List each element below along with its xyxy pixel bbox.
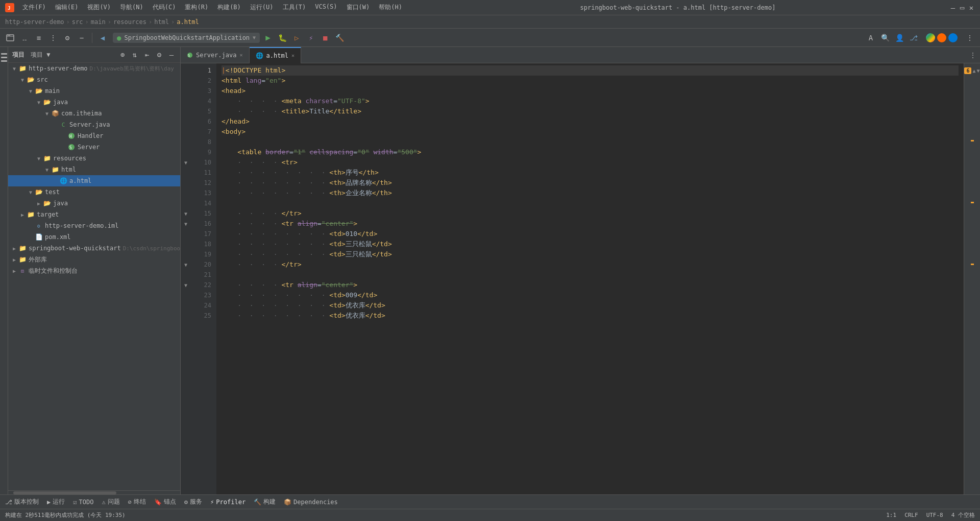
- code-line-24[interactable]: · · · · · · · · <td>优衣库</td>: [222, 300, 959, 311]
- run-config-selector[interactable]: ● SpringbootWebQuickstartApplication ▼: [113, 33, 260, 43]
- encoding[interactable]: UTF-8: [926, 512, 943, 518]
- code-line-18[interactable]: · · · · · · · · <td>三只松鼠</td>: [222, 239, 959, 249]
- stop-button[interactable]: ■: [319, 32, 331, 44]
- menu-build[interactable]: 构建(B): [213, 2, 245, 13]
- warning-indicator[interactable]: 6 ▲ ▼: [964, 67, 979, 74]
- vcs-button[interactable]: ⎇ 版本控制: [5, 498, 39, 506]
- dependencies-button[interactable]: 📦 Dependencies: [284, 499, 338, 506]
- sidebar-add-btn[interactable]: ⊕: [117, 49, 128, 60]
- tree-item-test[interactable]: ▼ 📂 test: [8, 186, 180, 198]
- breadcrumb-item-3[interactable]: main: [91, 18, 106, 26]
- toolbar-minus[interactable]: −: [76, 32, 88, 44]
- code-line-17[interactable]: · · · · · · · · <td>010</td>: [222, 229, 959, 239]
- code-line-21[interactable]: [222, 270, 959, 280]
- profile-button[interactable]: 👤: [893, 32, 905, 44]
- sidebar-settings-btn[interactable]: ⚙: [154, 49, 165, 60]
- tree-item-resources[interactable]: ▼ 📁 resources: [8, 153, 180, 164]
- git-button[interactable]: ⎇: [908, 32, 920, 44]
- code-line-7[interactable]: <body>: [222, 127, 959, 137]
- menu-file[interactable]: 文件(F): [18, 2, 50, 13]
- indentation[interactable]: 4 个空格: [951, 511, 975, 519]
- profiler-button-bottom[interactable]: ⚡ Profiler: [210, 499, 246, 506]
- menu-help[interactable]: 帮助(H): [375, 2, 406, 13]
- breadcrumb-current[interactable]: a.html: [177, 18, 199, 26]
- maximize-button[interactable]: ▭: [959, 4, 966, 11]
- run-button-bottom[interactable]: ▶ 运行: [47, 498, 65, 506]
- code-line-22[interactable]: · · · · <tr align = "center" >: [222, 280, 959, 290]
- menu-refactor[interactable]: 重构(R): [181, 2, 212, 13]
- close-server-tab[interactable]: ✕: [239, 52, 242, 58]
- close-button[interactable]: ✕: [968, 4, 975, 11]
- tree-item-springboot[interactable]: ▶ 📁 springboot-web-quickstart D:\csdn\sp…: [8, 243, 180, 254]
- coverage-button[interactable]: ▷: [290, 32, 303, 44]
- menu-code[interactable]: 代码(C): [149, 2, 180, 13]
- sidebar-hide-btn[interactable]: —: [166, 49, 177, 60]
- code-line-13[interactable]: · · · · · · · · <th>企业名称</th>: [222, 188, 959, 198]
- toolbar-settings[interactable]: ⚙: [61, 32, 74, 44]
- toolbar-btn-1[interactable]: ⚋: [18, 32, 31, 44]
- code-line-2[interactable]: <html lang="en">: [222, 76, 959, 86]
- tree-item-src[interactable]: ▼ 📂 src: [8, 74, 180, 85]
- code-line-15[interactable]: · · · · </tr>: [222, 208, 959, 219]
- sidebar-scrollbar-thumb[interactable]: [13, 491, 116, 494]
- toolbar-btn-2[interactable]: ≡: [33, 32, 45, 44]
- code-editor[interactable]: |<!DOCTYPE html> <html lang="en"> <head>…: [216, 63, 964, 494]
- breadcrumb-item-4[interactable]: resources: [113, 18, 146, 26]
- build-button[interactable]: 🔨: [333, 32, 346, 44]
- bookmark-button[interactable]: 🔖 锚点: [154, 498, 176, 506]
- warning-chevron-up[interactable]: ▲: [972, 68, 975, 74]
- code-line-10[interactable]: · · · · <tr>: [222, 157, 959, 168]
- warning-chevron-down[interactable]: ▼: [977, 68, 980, 74]
- breadcrumb-item-2[interactable]: src: [72, 18, 83, 26]
- search-button[interactable]: 🔍: [879, 32, 891, 44]
- line-ending[interactable]: CRLF: [904, 512, 918, 518]
- menu-edit[interactable]: 编辑(E): [51, 2, 83, 13]
- toolbar-back[interactable]: ◀: [96, 32, 109, 44]
- tree-item-target[interactable]: ▶ 📁 target: [8, 209, 180, 220]
- sidebar-sort-btn[interactable]: ⇅: [129, 49, 140, 60]
- code-line-23[interactable]: · · · · · · · · <td>009</td>: [222, 290, 959, 300]
- profiler-button[interactable]: ⚡: [305, 32, 317, 44]
- tree-item-server[interactable]: ▶ S Server: [8, 141, 180, 153]
- sidebar-collapse-btn[interactable]: ⇤: [141, 49, 153, 60]
- window-controls[interactable]: — ▭ ✕: [949, 4, 975, 11]
- code-line-11[interactable]: · · · · · · · · <th>序号</th>: [222, 168, 959, 178]
- tree-item-root[interactable]: ▼ 📁 http-server-demo D:\javaweb黑马资料\资料\d…: [8, 63, 180, 74]
- close-html-tab[interactable]: ✕: [291, 53, 295, 58]
- tree-item-a-html[interactable]: ▶ 🌐 a.html: [8, 175, 180, 186]
- tree-item-handler[interactable]: ▶ H Handler: [8, 130, 180, 141]
- code-line-4[interactable]: · · · · <meta charset="UTF-8">: [222, 96, 959, 106]
- breadcrumb-item-1[interactable]: http-server-demo: [5, 18, 64, 26]
- tabs-more-btn[interactable]: ⋮: [970, 52, 976, 59]
- code-line-1[interactable]: |<!DOCTYPE html>: [222, 65, 959, 76]
- menu-tools[interactable]: 工具(T): [279, 2, 310, 13]
- services-button[interactable]: ⚙ 服务: [184, 498, 202, 506]
- todo-button[interactable]: ☑ TODO: [73, 499, 93, 506]
- run-button[interactable]: ▶: [262, 32, 274, 44]
- tree-item-server-java[interactable]: ▶ C Server.java: [8, 119, 180, 130]
- toolbar-project-icon[interactable]: [4, 32, 16, 44]
- menu-vcs[interactable]: VCS(S): [311, 2, 341, 13]
- code-line-19[interactable]: · · · · · · · · <td>三只松鼠</td>: [222, 249, 959, 259]
- tree-item-external[interactable]: ▶ 📁 外部库: [8, 254, 180, 265]
- breadcrumb-item-5[interactable]: html: [154, 18, 169, 26]
- tree-item-test-java[interactable]: ▶ 📂 java: [8, 198, 180, 209]
- code-line-5[interactable]: · · · · <title>Title</title>: [222, 106, 959, 116]
- code-line-14[interactable]: [222, 198, 959, 208]
- sidebar-scrollbar[interactable]: [8, 490, 180, 494]
- tab-server-java[interactable]: S Server.java ✕: [181, 47, 250, 63]
- end-task-button[interactable]: ⊘ 终结: [128, 498, 146, 506]
- code-line-20[interactable]: · · · · </tr>: [222, 259, 959, 270]
- cursor-position[interactable]: 1:1: [886, 512, 896, 518]
- code-line-6[interactable]: </head>: [222, 116, 959, 127]
- code-line-3[interactable]: <head>: [222, 86, 959, 96]
- menu-window[interactable]: 窗口(W): [342, 2, 374, 13]
- debug-button[interactable]: 🐛: [276, 32, 288, 44]
- tree-item-pom[interactable]: ▶ 📄 pom.xml: [8, 231, 180, 243]
- browser-icon-3[interactable]: [948, 33, 958, 42]
- translate-button[interactable]: A: [865, 32, 877, 44]
- code-line-12[interactable]: · · · · · · · · <th>品牌名称</th>: [222, 178, 959, 188]
- tree-item-java[interactable]: ▼ 📂 java: [8, 97, 180, 108]
- code-line-16[interactable]: · · · · <tr align = "center" >: [222, 219, 959, 229]
- more-button[interactable]: ⋮: [964, 32, 976, 44]
